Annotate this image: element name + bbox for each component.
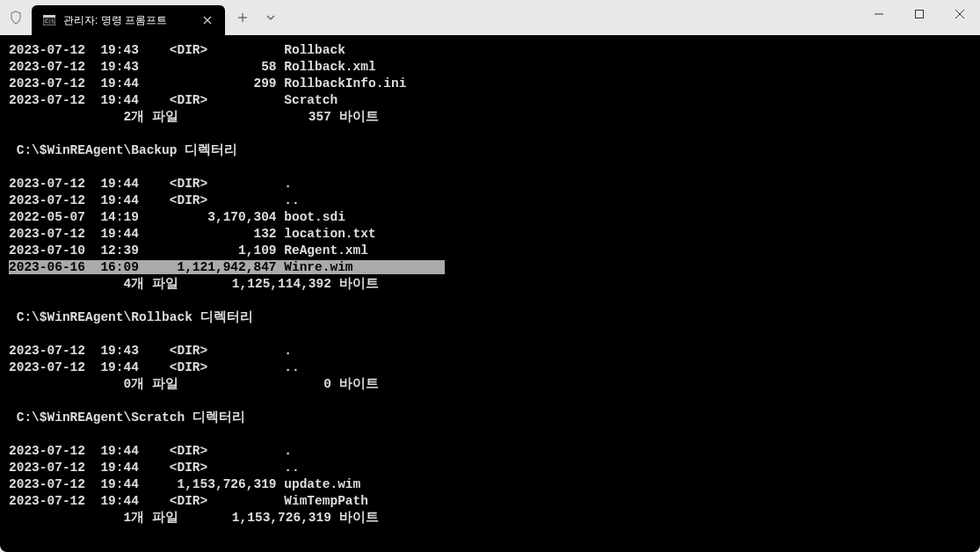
titlebar[interactable]: C:\ 관리자: 명령 프롬프트 (0, 0, 980, 35)
new-tab-button[interactable] (229, 4, 257, 32)
terminal-line: 2023-07-10 12:39 1,109 ReAgent.xml (9, 243, 971, 259)
terminal-line: 2023-07-12 19:44 <DIR> Scratch (9, 92, 971, 109)
terminal-line: 2023-07-12 19:43 58 Rollback.xml (9, 59, 971, 76)
tab-dropdown-button[interactable] (257, 4, 285, 32)
tab-close-button[interactable] (200, 13, 214, 27)
terminal-line: 2개 파일 357 바이트 (9, 109, 971, 126)
terminal-window: C:\ 관리자: 명령 프롬프트 (0, 0, 980, 552)
terminal-line: 2023-07-12 19:44 <DIR> .. (9, 460, 971, 476)
terminal-line: C:\$WinREAgent\Rollback 디렉터리 (9, 309, 971, 326)
terminal-line: 0개 파일 0 바이트 (9, 376, 971, 393)
terminal-line (9, 426, 971, 443)
terminal-line: 2023-07-12 19:44 1,153,726,319 update.wi… (9, 476, 971, 493)
terminal-line: C:\$WinREAgent\Backup 디렉터리 (9, 142, 971, 159)
terminal-line: 2023-07-12 19:43 <DIR> . (9, 343, 971, 360)
svg-text:C:\: C:\ (45, 18, 54, 24)
terminal-output[interactable]: 2023-07-12 19:43 <DIR> Rollback2023-07-1… (0, 35, 980, 552)
terminal-line: 2023-07-12 19:44 132 location.txt (9, 226, 971, 243)
terminal-line: C:\$WinREAgent\Scratch 디렉터리 (9, 410, 971, 426)
terminal-line: 1개 파일 1,153,726,319 바이트 (9, 510, 971, 527)
terminal-line (9, 159, 971, 176)
terminal-line (9, 126, 971, 142)
terminal-line (9, 393, 971, 410)
close-button[interactable] (940, 0, 980, 28)
terminal-line: 4개 파일 1,125,114,392 바이트 (9, 276, 971, 293)
terminal-line: 2022-05-07 14:19 3,170,304 boot.sdi (9, 209, 971, 226)
terminal-line (9, 293, 971, 309)
active-tab[interactable]: C:\ 관리자: 명령 프롬프트 (32, 5, 225, 35)
terminal-line (9, 326, 971, 343)
terminal-line: 2023-07-12 19:44 <DIR> . (9, 176, 971, 192)
titlebar-left: C:\ 관리자: 명령 프롬프트 (0, 0, 285, 35)
terminal-line: 2023-07-12 19:44 <DIR> .. (9, 360, 971, 376)
minimize-button[interactable] (859, 0, 899, 28)
terminal-line: 2023-07-12 19:44 <DIR> WimTempPath (9, 493, 971, 510)
terminal-line: 2023-06-16 16:09 1,121,942,847 Winre.wim (9, 259, 971, 276)
maximize-button[interactable] (899, 0, 940, 28)
svg-rect-8 (916, 11, 924, 18)
tab-title: 관리자: 명령 프롬프트 (63, 13, 193, 28)
terminal-line: 2023-07-12 19:44 <DIR> .. (9, 192, 971, 209)
window-controls (859, 0, 980, 35)
shield-icon (0, 0, 32, 35)
terminal-line: 2023-07-12 19:44 299 RollbackInfo.ini (9, 76, 971, 92)
cmd-icon: C:\ (42, 13, 56, 27)
terminal-line: 2023-07-12 19:43 <DIR> Rollback (9, 42, 971, 59)
terminal-line: 2023-07-12 19:44 <DIR> . (9, 443, 971, 460)
